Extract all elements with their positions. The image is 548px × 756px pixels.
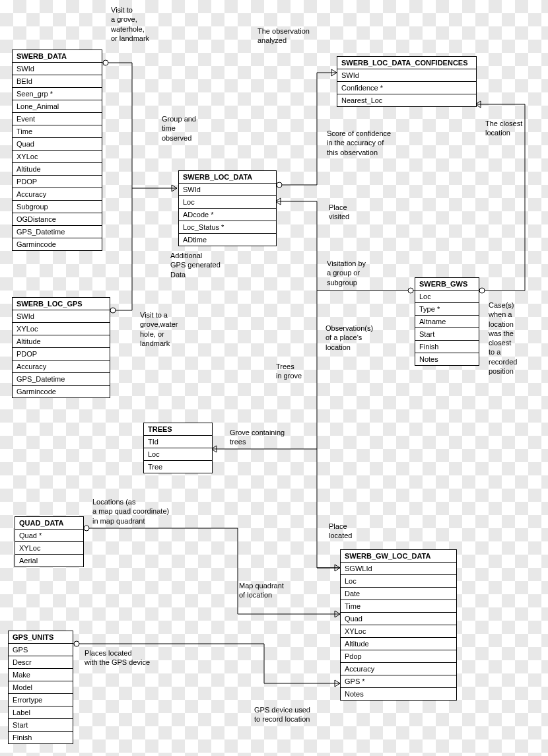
- field: Start: [9, 719, 73, 732]
- field: Accuracy: [13, 361, 110, 373]
- field: Loc: [415, 291, 479, 303]
- field: Pdop: [341, 650, 456, 663]
- field: Loc: [144, 448, 212, 461]
- label-closest-loc: The closest location: [485, 119, 522, 138]
- field: ADtime: [179, 234, 276, 246]
- svg-point-5: [84, 526, 89, 531]
- entity-title: TREES: [144, 423, 212, 436]
- field: Aerial: [15, 555, 83, 567]
- field: Garmincode: [13, 238, 102, 250]
- field: Subgroup: [13, 201, 102, 213]
- entity-title: SWERB_LOC_DATA: [179, 171, 276, 184]
- label-locations-quad: Locations (as a map quad coordinate) in …: [92, 497, 169, 526]
- field: Finish: [9, 732, 73, 743]
- label-visitation: Visitation by a group or subgroup: [327, 259, 366, 287]
- label-visit-grove2: Visit to a grove,water hole, or landmark: [140, 310, 178, 348]
- field: Quad: [341, 613, 456, 625]
- entity-quad-data: QUAD_DATA Quad * XYLoc Aerial: [15, 516, 84, 567]
- field: GPS_Datetime: [13, 226, 102, 238]
- field: Start: [415, 328, 479, 341]
- field: Garmincode: [13, 386, 110, 397]
- entity-title: SWERB_LOC_GPS: [13, 298, 110, 310]
- svg-point-3: [479, 288, 485, 293]
- field: Quad: [13, 138, 102, 151]
- label-map-quadrant: Map quadrant of location: [239, 581, 284, 600]
- svg-point-6: [74, 641, 79, 646]
- entity-gps-units: GPS_UNITS GPS Descr Make Model Errortype…: [8, 631, 73, 744]
- svg-point-4: [408, 288, 413, 293]
- field: XYLoc: [15, 542, 83, 555]
- field: Loc: [341, 575, 456, 588]
- field: Loc_Status *: [179, 221, 276, 234]
- field: Notes: [341, 688, 456, 700]
- field: Tree: [144, 461, 212, 473]
- field: Errortype: [9, 694, 73, 706]
- field: SGWLId: [341, 563, 456, 575]
- field: Descr: [9, 656, 73, 669]
- field: Altitude: [341, 638, 456, 650]
- entity-swerb-loc-gps: SWERB_LOC_GPS SWId XYLoc Altitude PDOP A…: [12, 297, 110, 398]
- field: Loc: [179, 196, 276, 209]
- entity-swerb-loc-data: SWERB_LOC_DATA SWId Loc ADcode * Loc_Sta…: [178, 170, 277, 246]
- entity-trees: TREES TId Loc Tree: [143, 423, 213, 473]
- entity-swerb-gw-loc-data: SWERB_GW_LOC_DATA SGWLId Loc Date Time Q…: [340, 549, 457, 701]
- label-gps-device: GPS device used to record location: [254, 705, 310, 724]
- label-group-time: Group and time observed: [162, 114, 196, 143]
- field: Altitude: [13, 163, 102, 176]
- field: Altitude: [13, 335, 110, 348]
- label-grove-containing: Grove containing trees: [230, 428, 285, 447]
- label-visit-grove: Visit to a grove, waterhole, or landmark: [111, 5, 149, 43]
- field: PDOP: [13, 348, 110, 361]
- field: BEId: [13, 75, 102, 88]
- field: XYLoc: [341, 625, 456, 638]
- entity-title: SWERB_DATA: [13, 50, 102, 63]
- field: Quad *: [15, 530, 83, 542]
- field: Finish: [415, 341, 479, 353]
- field: Model: [9, 681, 73, 694]
- field: Seen_grp *: [13, 88, 102, 100]
- entity-title: QUAD_DATA: [15, 517, 83, 530]
- svg-point-0: [103, 60, 108, 65]
- label-places-located: Places located with the GPS device: [85, 648, 150, 668]
- label-score-conf: Score of confidence in the accuracy of t…: [327, 129, 391, 157]
- entity-title: SWERB_GW_LOC_DATA: [341, 550, 456, 563]
- field: Confidence *: [337, 82, 476, 94]
- label-cases-when: Case(s) when a location was the closest …: [489, 300, 517, 376]
- label-observation-analyzed: The observation analyzed: [257, 26, 310, 46]
- label-place-located: Place located: [329, 522, 352, 541]
- label-place-visited: Place visited: [329, 203, 349, 222]
- field: SWId: [13, 310, 110, 323]
- field: Altname: [415, 316, 479, 328]
- entity-title: SWERB_LOC_DATA_CONFIDENCES: [337, 57, 476, 69]
- entity-swerb-data: SWERB_DATA SWId BEId Seen_grp * Lone_Ani…: [12, 50, 102, 251]
- field: Type *: [415, 303, 479, 316]
- field: Label: [9, 706, 73, 719]
- field: Accuracy: [13, 188, 102, 201]
- field: XYLoc: [13, 151, 102, 163]
- field: SWId: [179, 184, 276, 196]
- label-additional-gps: Additional GPS generated Data: [170, 251, 221, 279]
- field: Time: [13, 125, 102, 138]
- field: Date: [341, 588, 456, 600]
- field: XYLoc: [13, 323, 110, 335]
- svg-point-1: [110, 308, 116, 313]
- label-obs-place: Observation(s) of a place's location: [325, 324, 373, 352]
- field: Accuracy: [341, 663, 456, 675]
- field: OGDistance: [13, 213, 102, 226]
- field: Nearest_Loc: [337, 94, 476, 106]
- field: GPS *: [341, 675, 456, 688]
- entity-title: SWERB_GWS: [415, 278, 479, 291]
- entity-swerb-loc-data-confidences: SWERB_LOC_DATA_CONFIDENCES SWId Confiden…: [337, 56, 477, 107]
- svg-point-2: [277, 182, 282, 188]
- label-trees-in-grove: Trees in grove: [276, 362, 302, 381]
- field: Time: [341, 600, 456, 613]
- entity-title: GPS_UNITS: [9, 631, 73, 644]
- field: ADcode *: [179, 209, 276, 221]
- field: TId: [144, 436, 212, 448]
- field: SWId: [13, 63, 102, 75]
- field: SWId: [337, 69, 476, 82]
- field: PDOP: [13, 176, 102, 188]
- field: Notes: [415, 353, 479, 365]
- field: GPS_Datetime: [13, 373, 110, 386]
- field: Lone_Animal: [13, 100, 102, 113]
